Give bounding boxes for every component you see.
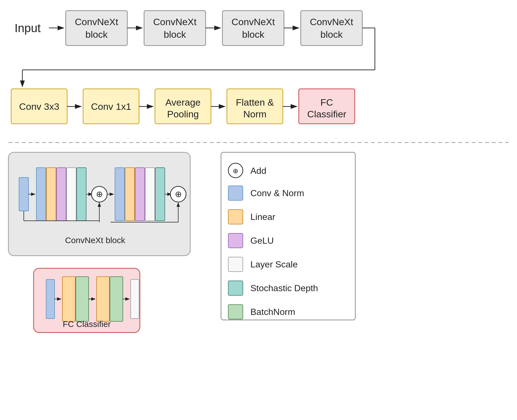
svg-text:ConvNeXt: ConvNeXt bbox=[75, 16, 119, 27]
legend-layer-scale-label: Layer Scale bbox=[250, 259, 298, 269]
svg-rect-70 bbox=[228, 305, 243, 319]
convnext-block-label: ConvNeXt block bbox=[65, 236, 125, 245]
svg-text:ConvNeXt: ConvNeXt bbox=[153, 16, 197, 27]
svg-rect-62 bbox=[131, 279, 139, 319]
svg-text:Conv 1x1: Conv 1x1 bbox=[91, 101, 131, 112]
legend-gelu-label: GeLU bbox=[250, 236, 274, 246]
input-label: Input bbox=[15, 22, 41, 35]
svg-rect-32 bbox=[46, 168, 56, 221]
svg-rect-56 bbox=[62, 277, 75, 321]
svg-text:⊕: ⊕ bbox=[233, 167, 238, 175]
svg-rect-67 bbox=[228, 233, 243, 248]
svg-rect-66 bbox=[228, 210, 243, 224]
svg-rect-43 bbox=[115, 168, 124, 221]
convnext-block-2 bbox=[144, 11, 206, 46]
svg-text:⊕: ⊕ bbox=[175, 189, 182, 199]
svg-rect-35 bbox=[77, 168, 86, 221]
legend-stochastic-depth-label: Stochastic Depth bbox=[250, 283, 318, 293]
svg-rect-34 bbox=[67, 168, 76, 221]
svg-text:Classifier: Classifier bbox=[307, 109, 346, 119]
svg-rect-59 bbox=[97, 277, 109, 321]
svg-text:⊕: ⊕ bbox=[96, 189, 103, 199]
svg-rect-47 bbox=[155, 168, 165, 221]
svg-text:Pooling: Pooling bbox=[167, 109, 199, 119]
svg-text:Flatten &: Flatten & bbox=[236, 97, 274, 108]
svg-text:block: block bbox=[85, 29, 108, 40]
svg-text:block: block bbox=[164, 29, 186, 40]
fc-classifier-label: FC Classifier bbox=[63, 319, 111, 329]
svg-text:Average: Average bbox=[165, 97, 201, 108]
legend-batchnorm-label: BatchNorm bbox=[250, 307, 295, 317]
convnext-block-4 bbox=[301, 11, 362, 46]
legend-linear-label: Linear bbox=[250, 212, 275, 222]
svg-text:ConvNeXt: ConvNeXt bbox=[232, 16, 275, 27]
legend-conv-norm-label: Conv & Norm bbox=[250, 188, 304, 198]
svg-rect-33 bbox=[57, 168, 66, 221]
convnext-block-1 bbox=[66, 11, 127, 46]
svg-rect-68 bbox=[228, 257, 243, 272]
svg-text:block: block bbox=[320, 29, 343, 40]
svg-rect-69 bbox=[228, 281, 243, 295]
svg-rect-31 bbox=[36, 168, 46, 221]
svg-rect-65 bbox=[228, 186, 243, 200]
legend-add-label: Add bbox=[250, 166, 266, 176]
svg-text:FC: FC bbox=[320, 97, 333, 108]
svg-rect-60 bbox=[110, 277, 123, 321]
svg-text:block: block bbox=[242, 29, 264, 40]
svg-text:Conv 3x3: Conv 3x3 bbox=[19, 101, 59, 112]
convnext-block-3 bbox=[222, 11, 284, 46]
svg-text:ConvNeXt: ConvNeXt bbox=[310, 16, 354, 27]
svg-rect-46 bbox=[145, 168, 155, 221]
svg-rect-44 bbox=[125, 168, 135, 221]
svg-rect-54 bbox=[46, 279, 55, 319]
svg-rect-57 bbox=[76, 277, 89, 321]
svg-rect-45 bbox=[135, 168, 145, 221]
svg-rect-29 bbox=[19, 177, 29, 211]
svg-text:Norm: Norm bbox=[243, 109, 266, 119]
